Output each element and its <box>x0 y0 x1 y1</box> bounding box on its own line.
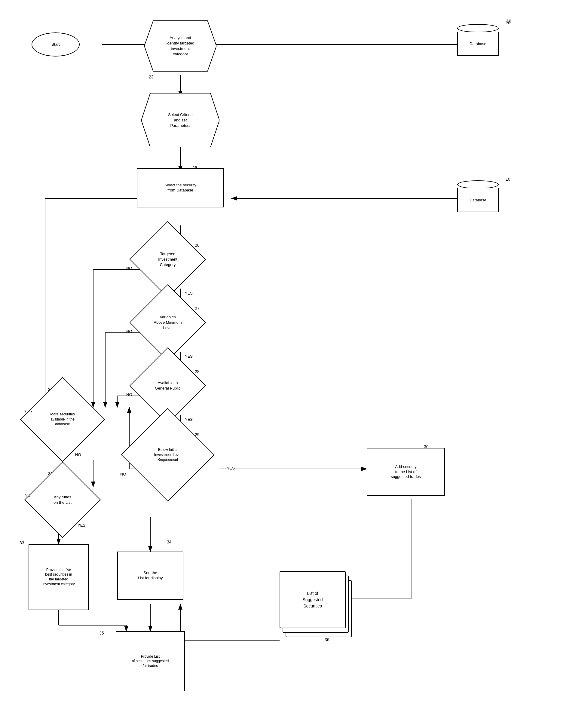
n33-node: Provide the fivebest securities inthe ta… <box>28 544 89 610</box>
n33-label: Provide the fivebest securities inthe ta… <box>42 568 75 586</box>
n31-no: NO <box>75 452 81 457</box>
n27-yes: YES <box>185 354 193 359</box>
n29-no: NO <box>120 472 126 476</box>
database-bottom: Database <box>457 180 499 212</box>
n36-docs: List ofSuggestedSecurities <box>279 571 358 649</box>
label-10b: 10 <box>506 177 510 181</box>
n34-label: Sort theList for display <box>138 571 163 581</box>
analyse-label: Analyse andidentify targetedinvestmentca… <box>167 35 194 57</box>
n29-yes: YES <box>227 466 235 470</box>
n35-label: Provide Listof securities suggestedfor t… <box>132 655 169 668</box>
n36-label: List ofSuggestedSecurities <box>303 590 323 609</box>
n28-no: NO <box>126 392 132 397</box>
n28-yes: YES <box>185 417 193 422</box>
label-26: 26 <box>195 243 200 248</box>
label-33: 33 <box>20 540 24 545</box>
flowchart-container: 10 Start Database 10 Analyse andidentify… <box>0 0 588 728</box>
analyse-node: Analyse andidentify targetedinvestmentca… <box>144 20 216 71</box>
start-node: Start <box>31 33 80 57</box>
select-security-label: Select the securityfrom Database <box>164 183 196 193</box>
select-criteria-node: Select Criteriaand setParameters <box>141 93 219 147</box>
label-34: 34 <box>167 539 172 544</box>
select-criteria-label: Select Criteriaand setParameters <box>168 112 193 129</box>
label-10a: 10 <box>506 20 510 25</box>
label-23: 23 <box>149 74 154 79</box>
n34-node: Sort theList for display <box>117 552 183 600</box>
n26-no: NO <box>126 266 132 271</box>
n32-no: NO <box>25 493 31 497</box>
start-label: Start <box>51 42 60 47</box>
n31-yes: YES <box>24 409 32 413</box>
n27-no: NO <box>126 329 132 334</box>
database-top: Database <box>457 24 499 56</box>
label-35: 35 <box>99 630 104 636</box>
label-36: 36 <box>325 637 330 642</box>
label-28: 28 <box>195 369 200 374</box>
n30-label: Add securityto the List ofsuggested trad… <box>391 464 421 480</box>
n35-node: Provide Listof securities suggestedfor t… <box>116 631 185 691</box>
db1-label: Database <box>469 42 486 46</box>
db2-label: Database <box>469 198 486 202</box>
label-27: 27 <box>195 306 200 311</box>
n32-yes: YES <box>78 523 85 528</box>
n26-yes: YES <box>185 291 193 296</box>
n30-node: Add securityto the List ofsuggested trad… <box>367 448 445 496</box>
select-security-node: Select the securityfrom Database <box>137 168 224 208</box>
